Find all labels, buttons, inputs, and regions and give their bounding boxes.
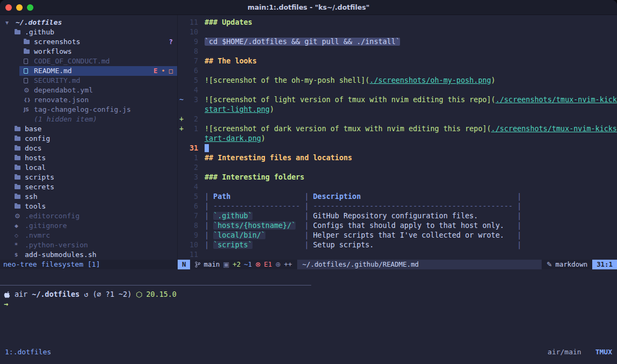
editor-line[interactable]: 8: [178, 47, 617, 56]
tree-item-label: docs: [25, 144, 41, 153]
line-text: [198, 250, 205, 260]
editor-line[interactable]: 9| `local/bin/` | Helper scripts that I'…: [178, 231, 617, 240]
diff-icon: [223, 260, 229, 269]
editor-line[interactable]: 11: [178, 250, 617, 260]
line-text: [198, 27, 205, 37]
apple-icon: [4, 291, 10, 298]
tree-item[interactable]: config: [0, 134, 177, 144]
editor-pane[interactable]: 11### Updates109`cd $HOME/.dotfiles && g…: [178, 15, 617, 269]
line-number: 3: [185, 173, 198, 182]
status-badge: •: [162, 66, 165, 76]
tree-item[interactable]: JStag-changelog-config.js: [0, 105, 177, 115]
tree-item-label: .nvmrc: [25, 231, 50, 240]
editor-line[interactable]: 6: [178, 66, 617, 76]
tree-item[interactable]: local: [0, 163, 177, 173]
tree-item[interactable]: base: [0, 124, 177, 134]
tree-item[interactable]: $add-submodules.sh: [0, 250, 177, 260]
tree-item[interactable]: ssh: [0, 192, 177, 202]
close-button[interactable]: [5, 4, 12, 11]
editor-line[interactable]: 4: [178, 85, 617, 95]
line-text: ## The looks: [198, 56, 257, 66]
editor-line[interactable]: +1![screenshot of dark version of tmux w…: [178, 124, 617, 134]
tree-item-label: ssh: [25, 192, 37, 202]
tree-item-label: scripts: [25, 173, 54, 182]
editor-line[interactable]: 9`cd $HOME/.dotfiles && git pull && ./in…: [178, 37, 617, 47]
tmux-window-name[interactable]: 1:.dotfiles: [5, 347, 51, 357]
tree-item[interactable]: README.mdE•□: [0, 66, 177, 76]
editor-line[interactable]: 6| -------------------- | --------------…: [178, 202, 617, 211]
pencil-icon: [546, 260, 552, 269]
tree-item[interactable]: workflows: [0, 47, 177, 56]
editor-line[interactable]: 5![screenshot of the oh-my-posh shell](.…: [178, 76, 617, 85]
tree-item[interactable]: secrets: [0, 182, 177, 192]
gutter-sign: +: [178, 115, 185, 124]
tree-item[interactable]: docs: [0, 144, 177, 153]
tree-item[interactable]: ⚙.editorconfig: [0, 211, 177, 221]
editor-line[interactable]: 3### Interesting folders: [178, 173, 617, 182]
tree-item-label: local: [25, 163, 46, 173]
line-text: ![screenshot of the oh-my-posh shell](./…: [198, 76, 495, 85]
traffic-lights: [0, 4, 33, 11]
tree-item[interactable]: .github: [0, 27, 177, 37]
editor-line[interactable]: 10: [178, 27, 617, 37]
tree-item[interactable]: screenshots?: [0, 37, 177, 47]
tree-item[interactable]: hosts: [0, 153, 177, 163]
tree-item-label: dependabot.yml: [34, 85, 93, 95]
line-number: 8: [185, 221, 198, 231]
folder-icon: [24, 49, 33, 54]
tree-item[interactable]: tools: [0, 202, 177, 211]
tree-item[interactable]: ▾~/.dotfiles: [0, 18, 177, 27]
neo-tree-statusline: neo-tree filesystem [1]: [0, 260, 177, 269]
gutter-sign: [178, 221, 185, 231]
editor-line[interactable]: 8| `hosts/{hostname}/` | Configs that sh…: [178, 221, 617, 231]
editor-line[interactable]: 7## The looks: [178, 56, 617, 66]
editor-line[interactable]: +2: [178, 115, 617, 124]
minimize-button[interactable]: [16, 4, 23, 11]
line-text: | `hosts/{hostname}/` | Configs that sho…: [198, 221, 522, 231]
tree-item[interactable]: scripts: [0, 173, 177, 182]
line-number: 10: [185, 240, 198, 250]
editor-line[interactable]: 11### Updates: [178, 18, 617, 27]
tree-item[interactable]: *.python-version: [0, 240, 177, 250]
shell-pane[interactable]: air ~/.dotfiles ↺ (⌀ ?1 ~2) 20.15.0 →: [0, 286, 617, 347]
tree-item[interactable]: ◇.nvmrc: [0, 231, 177, 240]
editor-line[interactable]: tart-dark.png): [178, 134, 617, 144]
editor-line[interactable]: 7| `.github` | GitHub Repository configu…: [178, 211, 617, 221]
line-number: 7: [185, 56, 198, 66]
line-text: [198, 182, 205, 192]
tree-item[interactable]: (1 hidden item): [0, 115, 177, 124]
editor-line[interactable]: ~3![screenshot of light version of tmux …: [178, 95, 617, 105]
tree-item[interactable]: ◆.gitignore: [0, 221, 177, 231]
editor-line[interactable]: 4: [178, 182, 617, 192]
editor-line[interactable]: 31: [178, 144, 617, 153]
tmux-badge: TMUX: [595, 347, 612, 357]
editor-line[interactable]: 5| Path | Description |: [178, 192, 617, 202]
tree-item-label: screenshots: [34, 37, 80, 47]
line-text: | Path | Description |: [198, 192, 522, 202]
editor-line[interactable]: 10| `scripts` | Setup scripts. |: [178, 240, 617, 250]
file-icon: [24, 59, 33, 64]
tree-item[interactable]: SECURITY.md: [0, 76, 177, 85]
tree-item-label: SECURITY.md: [34, 76, 80, 85]
tree-item-badges: E•□: [153, 66, 173, 76]
mode-badge: N: [178, 260, 190, 269]
line-text: `cd $HOME/.dotfiles && git pull && ./ins…: [198, 37, 400, 47]
tree-item[interactable]: ⚙dependabot.yml: [0, 85, 177, 95]
vim-pane: ▾~/.dotfiles.githubscreenshots?workflows…: [0, 15, 617, 269]
error-count: E1: [264, 260, 272, 269]
editor-line[interactable]: 2: [178, 163, 617, 173]
gutter-sign: [178, 163, 185, 173]
tree-item[interactable]: CODE_OF_CONDUCT.md: [0, 56, 177, 66]
gutter-sign: [178, 231, 185, 240]
line-number: 10: [185, 27, 198, 37]
line-number: 11: [185, 250, 198, 260]
tree-item[interactable]: {}renovate.json: [0, 95, 177, 105]
diff-added: +2: [233, 260, 241, 269]
editor-line[interactable]: 1## Interesting files and locations: [178, 153, 617, 163]
chevron-down-icon: ▾: [5, 18, 15, 27]
line-text: [198, 144, 209, 153]
folder-icon: [15, 137, 24, 141]
fullscreen-button[interactable]: [27, 4, 33, 11]
editor-line[interactable]: start-light.png): [178, 105, 617, 115]
editor-buffer[interactable]: 11### Updates109`cd $HOME/.dotfiles && g…: [178, 15, 617, 260]
